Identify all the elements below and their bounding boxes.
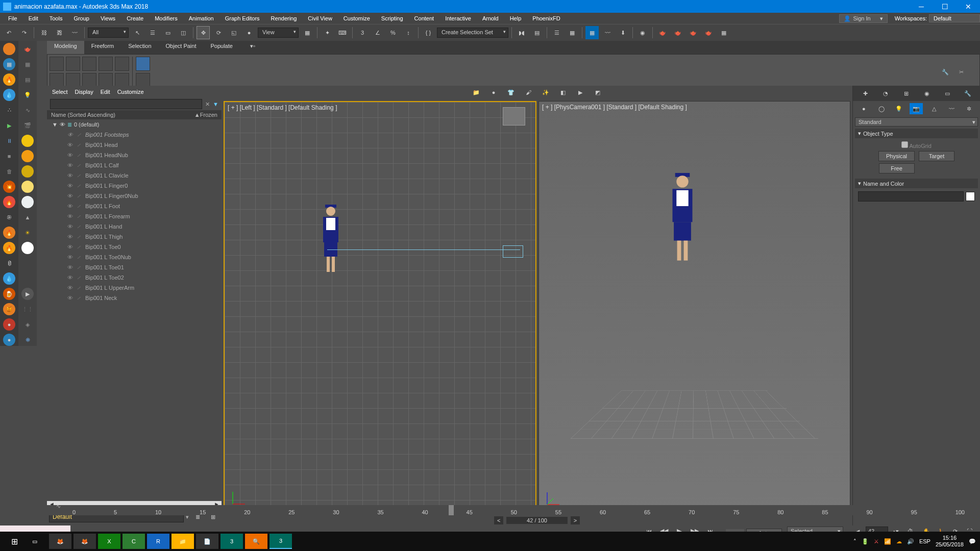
move-button[interactable]: ✥ bbox=[197, 26, 210, 39]
tray-up-icon[interactable]: ˄ bbox=[853, 538, 856, 545]
tray-battery-icon[interactable]: 🔋 bbox=[862, 538, 869, 545]
scene-item[interactable]: 👁⟋Bip001 L Finger0 bbox=[47, 181, 222, 191]
render-iterative-button[interactable]: 🫖 bbox=[702, 26, 715, 39]
render-activeshade-button[interactable]: ▦ bbox=[717, 26, 730, 39]
scene-header-frozen[interactable]: Frozen bbox=[200, 112, 217, 118]
selection-filter-dropdown[interactable]: All bbox=[88, 28, 129, 38]
scene-root-node[interactable]: ▼👁 ≣ 0 (default) bbox=[47, 119, 222, 130]
menu-content[interactable]: Content bbox=[409, 14, 439, 22]
scene-item[interactable]: 👁⟋Bip001 Footsteps bbox=[47, 130, 222, 140]
taskbar-app1[interactable]: 📄 bbox=[196, 534, 218, 549]
icon-honey[interactable]: 🍯 bbox=[3, 303, 15, 315]
scene-item[interactable]: 👁⟋Bip001 L Forearm bbox=[47, 211, 222, 221]
shapes-category[interactable]: ◯ bbox=[875, 103, 888, 114]
target-camera-button[interactable]: Target bbox=[919, 151, 954, 161]
icon-bulb[interactable]: 💡 bbox=[21, 89, 34, 101]
minimize-button[interactable]: ─ bbox=[910, 0, 933, 13]
menu-create[interactable]: Create bbox=[121, 14, 149, 22]
taskbar-firefox2[interactable]: 🦊 bbox=[74, 534, 96, 549]
rollout-object-type[interactable]: ▾Object Type bbox=[855, 129, 978, 138]
render-setup-button[interactable]: 🫖 bbox=[656, 26, 669, 39]
vp-tool-2[interactable]: ● bbox=[487, 86, 500, 99]
icon-swirl[interactable]: ֍ bbox=[3, 211, 15, 223]
menu-grapheditors[interactable]: Graph Editors bbox=[220, 14, 265, 22]
placement-button[interactable]: ● bbox=[242, 26, 256, 39]
scene-item[interactable]: 👁⟋Bip001 L Toe0Nub bbox=[47, 252, 222, 262]
scene-item[interactable]: 👁⟋Bip001 HeadNub bbox=[47, 150, 222, 160]
spinner-snap-button[interactable]: ↕ bbox=[402, 26, 415, 39]
scene-item[interactable]: 👁⟋Bip001 L Foot bbox=[47, 201, 222, 211]
align-button[interactable]: ▤ bbox=[530, 26, 544, 39]
manipulate-button[interactable]: ✦ bbox=[321, 26, 334, 39]
icon-flame[interactable]: 🔥 bbox=[3, 73, 15, 86]
ribbon-tab-populate[interactable]: Populate bbox=[203, 41, 239, 54]
frame-counter[interactable]: 42 / 100 bbox=[506, 517, 568, 524]
taskbar-revit[interactable]: R bbox=[147, 534, 169, 549]
menu-group[interactable]: Group bbox=[68, 14, 94, 22]
tray-shield-icon[interactable]: ⚔ bbox=[874, 538, 879, 545]
eye-icon[interactable]: 👁 bbox=[60, 121, 65, 128]
menu-phoenixfd[interactable]: PhoenixFD bbox=[527, 14, 565, 22]
ribbon-tab-modeling[interactable]: Modeling bbox=[47, 41, 84, 54]
menu-file[interactable]: File bbox=[3, 14, 22, 22]
sign-in-button[interactable]: 👤 Sign In ▾ bbox=[839, 14, 887, 23]
expand-arrow-button[interactable]: ▶ bbox=[21, 288, 34, 300]
rib-tool-config-button[interactable]: 🔧 bbox=[942, 69, 956, 83]
scene-search-input[interactable] bbox=[50, 99, 202, 109]
scene-item[interactable]: 👁⟋Bip001 L UpperArm bbox=[47, 283, 222, 293]
icon-blueball[interactable]: ● bbox=[3, 334, 15, 346]
viewport-left[interactable]: [ + ] [Left ] [Standard ] [Default Shadi… bbox=[224, 101, 536, 513]
cmd-tab-modify[interactable]: ◔ bbox=[879, 88, 892, 99]
snap-toggle-button[interactable]: 3 bbox=[356, 26, 369, 39]
taskbar-excel[interactable]: X bbox=[98, 534, 120, 549]
scene-customize-menu[interactable]: Customize bbox=[117, 89, 144, 95]
menu-scripting[interactable]: Scripting bbox=[376, 14, 408, 22]
scene-tree[interactable]: ▼👁 ≣ 0 (default) 👁⟋Bip001 Footsteps👁⟋Bip… bbox=[47, 119, 222, 501]
menu-civilview[interactable]: Civil View bbox=[303, 14, 337, 22]
icon-dots[interactable]: ∴ bbox=[3, 104, 15, 116]
time-slider[interactable] bbox=[449, 505, 454, 515]
scene-item[interactable]: 👁⟋Bip001 L Hand bbox=[47, 221, 222, 232]
subobj-edge-button[interactable] bbox=[66, 57, 80, 71]
icon-orange3[interactable]: 🔥 bbox=[3, 242, 15, 254]
tray-wifi-icon[interactable]: 📶 bbox=[884, 538, 891, 545]
icon-cream-sphere[interactable] bbox=[21, 181, 34, 193]
subobj-border-button[interactable] bbox=[82, 57, 96, 71]
scene-header-name[interactable]: Name (Sorted Ascending) bbox=[51, 112, 194, 118]
scene-item[interactable]: 👁⟋Bip001 L Finger0Nub bbox=[47, 191, 222, 201]
trash-button[interactable]: 🗑 bbox=[3, 165, 15, 178]
cameras-category[interactable]: 📷 bbox=[910, 103, 923, 114]
subobj-vertex-button[interactable] bbox=[50, 57, 64, 71]
rib-btn-b[interactable] bbox=[66, 73, 80, 87]
stop-sim-button[interactable]: ■ bbox=[3, 150, 15, 162]
icon-teapot[interactable]: 🫖 bbox=[21, 43, 34, 55]
redo-button[interactable]: ↷ bbox=[17, 26, 31, 39]
start-button[interactable]: ⊞ bbox=[4, 537, 24, 546]
geom-category[interactable]: ● bbox=[857, 103, 870, 114]
icon-sun[interactable]: ☀ bbox=[21, 227, 34, 239]
icon-grid[interactable]: ▦ bbox=[21, 58, 34, 70]
tray-date[interactable]: 25/05/2018 bbox=[936, 541, 964, 548]
viewport-left-label[interactable]: [ + ] [Left ] [Standard ] [Default Shadi… bbox=[228, 104, 337, 111]
icon-dots2[interactable]: ⋮⋮ bbox=[21, 303, 34, 315]
select-rectangle-button[interactable]: ▭ bbox=[161, 26, 175, 39]
icon-gold-sphere[interactable] bbox=[21, 165, 34, 178]
icon-splash[interactable]: 💧 bbox=[3, 272, 15, 285]
scene-item[interactable]: 👁⟋Bip001 L Calf bbox=[47, 160, 222, 170]
icon-amber-sphere[interactable] bbox=[21, 150, 34, 162]
rib-preview-button[interactable] bbox=[136, 57, 150, 71]
icon-particle[interactable]: ❋ bbox=[21, 334, 34, 346]
vp-tool-4[interactable]: 🖌 bbox=[522, 86, 535, 99]
mirror-button[interactable]: ◗◖ bbox=[515, 26, 528, 39]
scene-item[interactable]: 👁⟋Bip001 Neck bbox=[47, 293, 222, 303]
menu-views[interactable]: Views bbox=[95, 14, 120, 22]
camera-gizmo[interactable] bbox=[503, 245, 523, 258]
viewport-camera-label[interactable]: [ + ] [PhysCamera001 ] [Standard ] [Defa… bbox=[542, 104, 687, 111]
subobj-element-button[interactable] bbox=[115, 57, 129, 71]
icon-orange-sphere[interactable] bbox=[3, 43, 15, 55]
menu-animation[interactable]: Animation bbox=[184, 14, 219, 22]
lights-category[interactable]: 💡 bbox=[892, 103, 905, 114]
curve-toggle-button[interactable]: ∿ bbox=[56, 503, 61, 510]
filter-search-button[interactable]: ▼ bbox=[213, 101, 218, 107]
icon-explosion[interactable]: 💥 bbox=[3, 181, 15, 193]
